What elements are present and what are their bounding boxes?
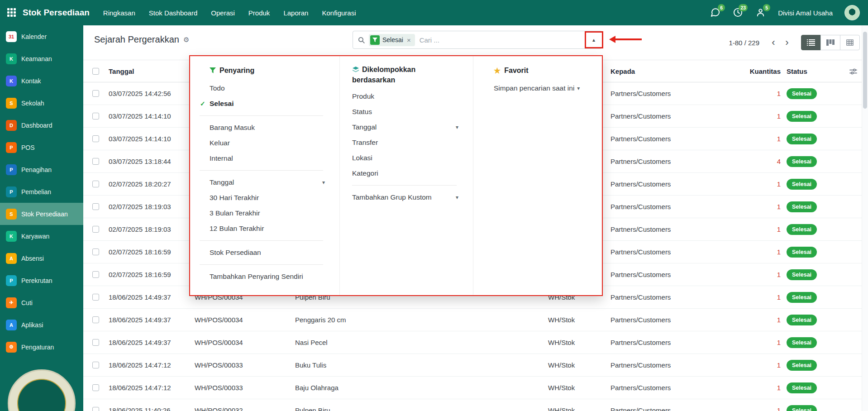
cell-product: Buku Tulis	[295, 354, 326, 377]
row-checkbox[interactable]	[92, 362, 99, 368]
list-view-button[interactable]	[801, 35, 821, 50]
column-header-tanggal[interactable]: Tanggal	[109, 60, 134, 83]
row-checkbox[interactable]	[92, 203, 99, 210]
row-checkbox[interactable]	[92, 339, 99, 346]
groupby-title: Dikelompokkan berdasarkan	[352, 66, 415, 84]
row-checkbox[interactable]	[92, 316, 99, 323]
cell-reference: WH/POS/00033	[195, 377, 243, 399]
sidebar-item-kontak[interactable]: KKontak	[0, 70, 83, 92]
apps-menu-icon[interactable]	[7, 8, 16, 17]
row-checkbox[interactable]	[92, 226, 99, 233]
adjust-columns-icon[interactable]	[849, 68, 857, 77]
cell-reference: WH/POS/00032	[195, 399, 243, 411]
star-icon: ★	[494, 66, 501, 76]
pager-next-button[interactable]: ›	[780, 35, 794, 50]
sidebar-item-perekrutan[interactable]: PPerekrutan	[0, 269, 83, 292]
option-label: Tambahkan Grup Kustom	[352, 193, 432, 201]
filter-option-12-bulan-terakhir[interactable]: 12 Bulan Terakhir	[210, 221, 329, 236]
column-header-kuantitas[interactable]: Kuantitas	[685, 60, 781, 83]
groupby-section-header: Dikelompokkan berdasarkan	[352, 64, 445, 85]
sidebar-item-sekolah[interactable]: SSekolah	[0, 92, 83, 114]
remove-filter-icon[interactable]: ×	[406, 36, 412, 44]
cell-quantity: 1	[685, 173, 781, 196]
filter-option-barang-masuk[interactable]: Barang Masuk	[210, 120, 329, 135]
sidebar-item-keamanan[interactable]: KKeamanan	[0, 48, 83, 70]
groupby-option-kategori[interactable]: Kategori	[352, 166, 463, 181]
nav-menu-konfigurasi[interactable]: Konfigurasi	[322, 9, 356, 17]
nav-menu-laporan[interactable]: Laporan	[283, 9, 308, 17]
company-name[interactable]: Divisi Amal Usaha	[778, 9, 833, 17]
messages-icon[interactable]: 6	[710, 7, 721, 18]
vertical-scrollbar[interactable]	[862, 25, 868, 411]
sidebar-item-aplikasi[interactable]: AAplikasi	[0, 314, 83, 336]
row-checkbox[interactable]	[92, 384, 99, 391]
option-label: Produk	[352, 92, 374, 100]
groupby-option-status[interactable]: Status	[352, 104, 463, 119]
filter-option-selesai[interactable]: ✓Selesai	[210, 96, 329, 111]
sidebar-item-pengaturan[interactable]: ⚙Pengaturan	[0, 336, 83, 358]
cell-date: 02/07/2025 18:20:27	[109, 173, 171, 196]
row-checkbox[interactable]	[92, 249, 99, 255]
row-checkbox[interactable]	[92, 90, 99, 97]
filter-option-30-hari-terakhir[interactable]: 30 Hari Terakhir	[210, 190, 329, 206]
table-row[interactable]: 18/06/2025 14:49:37WH/POS/00034Nasi Pece…	[83, 331, 868, 354]
table-row[interactable]: 18/06/2025 14:47:12WH/POS/00033Baju Olah…	[83, 377, 868, 399]
filter-option-3-bulan-terakhir[interactable]: 3 Bulan Terakhir	[210, 206, 329, 221]
nav-menu-produk[interactable]: Produk	[248, 9, 270, 17]
sidebar-item-cuti[interactable]: ✈Cuti	[0, 292, 83, 314]
sidebar-item-stok-persediaan[interactable]: SStok Persediaan	[0, 203, 83, 225]
filter-option-tambahkan-penyaring-sendiri[interactable]: Tambahkan Penyaring Sendiri	[210, 269, 329, 284]
favorite-simpan-pencarian-saat-ini[interactable]: Simpan pencarian saat ini▾	[494, 81, 595, 96]
groupby-column: Dikelompokkan berdasarkan ProdukStatusTa…	[339, 56, 473, 295]
sidebar-item-kalender[interactable]: 31Kalender	[0, 25, 83, 48]
pivot-view-button[interactable]	[840, 35, 860, 50]
sidebar-item-dashboard[interactable]: DDashboard	[0, 114, 83, 136]
row-checkbox[interactable]	[92, 407, 99, 411]
activities-icon[interactable]: 23	[733, 7, 744, 18]
groupby-option-tanggal[interactable]: Tanggal▾	[352, 119, 463, 135]
filter-option-todo[interactable]: Todo	[210, 81, 329, 96]
row-checkbox[interactable]	[92, 113, 99, 119]
app-title[interactable]: Stok Persediaan	[23, 8, 90, 18]
sidebar-item-karyawan[interactable]: KKaryawan	[0, 225, 83, 247]
search-bar[interactable]: Selesai × Cari ... ▴	[353, 31, 602, 49]
row-checkbox[interactable]	[92, 135, 99, 142]
filter-option-internal[interactable]: Internal	[210, 151, 329, 166]
cell-reference: WH/POS/00034	[195, 309, 243, 331]
nav-menu-stok-dashboard[interactable]: Stok Dashboard	[149, 9, 198, 17]
cell-quantity: 1	[685, 354, 781, 377]
select-all-checkbox[interactable]	[92, 68, 99, 75]
row-checkbox[interactable]	[92, 181, 99, 187]
filter-option-keluar[interactable]: Keluar	[210, 135, 329, 151]
kanban-view-button[interactable]	[820, 35, 840, 50]
groupby-option-lokasi[interactable]: Lokasi	[352, 150, 463, 166]
filter-option-tanggal[interactable]: Tanggal▾	[210, 175, 329, 190]
table-row[interactable]: 18/06/2025 14:47:12WH/POS/00033Buku Tuli…	[83, 354, 868, 377]
pager-previous-button[interactable]: ‹	[767, 35, 780, 50]
groupby-option-produk[interactable]: Produk	[352, 89, 463, 104]
sidebar-item-pembelian[interactable]: PPembelian	[0, 181, 83, 203]
cell-to-location: Partners/Customers	[610, 241, 671, 263]
row-checkbox[interactable]	[92, 158, 99, 165]
row-checkbox[interactable]	[92, 271, 99, 278]
scrollbar-thumb[interactable]	[863, 32, 867, 109]
nav-menu-operasi[interactable]: Operasi	[211, 9, 235, 17]
sidebar-item-penagihan[interactable]: PPenagihan	[0, 158, 83, 181]
filter-option-stok-persediaan[interactable]: Stok Persediaan	[210, 245, 329, 260]
table-row[interactable]: 18/06/2025 14:49:37WH/POS/00034Penggaris…	[83, 309, 868, 331]
groupby-option-tambahkan-grup-kustom[interactable]: Tambahkan Grup Kustom▾	[352, 190, 463, 205]
row-checkbox[interactable]	[92, 294, 99, 301]
table-row[interactable]: 18/06/2025 11:40:26WH/POS/00032Pulpen Bi…	[83, 399, 868, 411]
groupby-option-transfer[interactable]: Transfer	[352, 135, 463, 150]
sidebar-item-absensi[interactable]: AAbsensi	[0, 247, 83, 269]
cell-date: 02/07/2025 18:16:59	[109, 241, 171, 263]
active-filter-facet[interactable]: Selesai ×	[369, 34, 415, 46]
notifications-icon[interactable]: 5	[755, 7, 766, 18]
column-header-kepada[interactable]: Kepada	[610, 60, 635, 83]
column-header-status[interactable]: Status	[787, 60, 807, 83]
nav-menu-ringkasan[interactable]: Ringkasan	[103, 9, 135, 17]
sidebar-item-label: Absensi	[21, 255, 44, 262]
user-avatar[interactable]	[844, 5, 860, 20]
sidebar-item-pos[interactable]: PPOS	[0, 136, 83, 158]
settings-gear-icon[interactable]: ⚙	[183, 36, 189, 44]
